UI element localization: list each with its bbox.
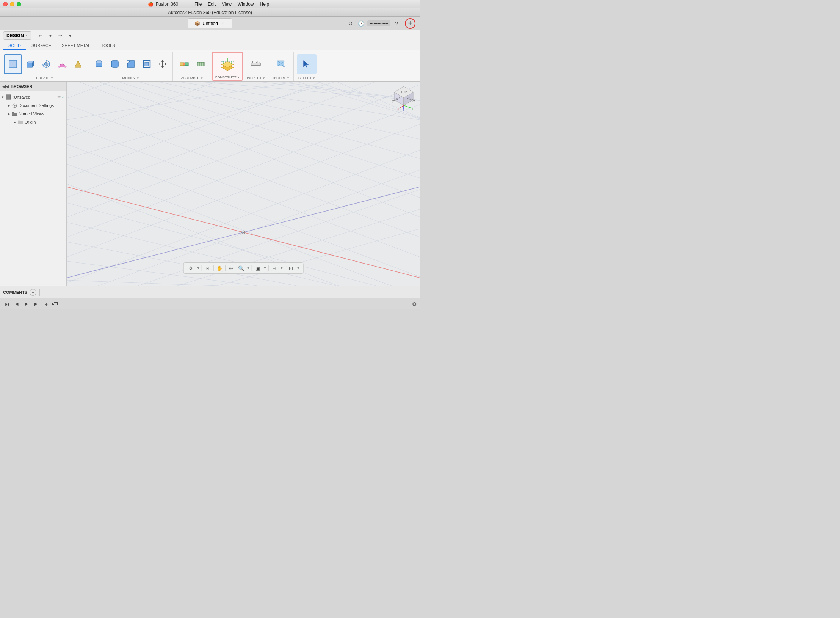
press-pull-icon [94, 59, 104, 69]
loft-button[interactable] [71, 54, 86, 74]
visibility-icon-unsaved[interactable]: 👁 [57, 95, 61, 99]
new-tab-button[interactable]: + [405, 18, 415, 29]
modify-label[interactable]: MODIFY ▼ [122, 76, 139, 81]
orbit-tool-button[interactable]: ✥ [187, 264, 195, 272]
tree-arrow-doc-settings[interactable]: ▶ [6, 103, 11, 108]
grid-toggle-button[interactable]: ⊞ [270, 264, 278, 272]
tree-item-document-settings[interactable]: ▶ Document Settings [0, 101, 66, 110]
tree-label-unsaved: (Unsaved) [13, 95, 32, 99]
menu-file[interactable]: File [191, 1, 205, 8]
select-button[interactable] [297, 54, 317, 74]
construct-label[interactable]: CONSTRUCT ▼ [215, 75, 240, 80]
joint-button[interactable] [176, 54, 193, 74]
extrude-button[interactable] [23, 54, 38, 74]
insert-label[interactable]: INSERT ▼ [273, 76, 290, 81]
tree-item-unsaved-actions: 👁 ✓ [57, 95, 65, 99]
undo-button[interactable]: ↩ [36, 31, 45, 40]
construct-plane-button[interactable] [217, 54, 238, 74]
design-dropdown-button[interactable]: DESIGN ▼ [3, 31, 31, 40]
timeline-settings-button[interactable]: ⚙ [412, 301, 417, 307]
browser-collapse-button[interactable]: ◀◀ [2, 84, 9, 89]
timeline-next-frame[interactable]: ▶| [33, 300, 40, 308]
tab-close-button[interactable]: × [220, 21, 226, 26]
design-dropdown-arrow: ▼ [25, 34, 28, 37]
help-button[interactable]: ? [392, 19, 401, 28]
undo-dropdown[interactable]: ▼ [46, 31, 55, 40]
design-label: DESIGN [6, 33, 24, 38]
document-tab[interactable]: 📦 Untitled × [188, 18, 232, 28]
fillet-button[interactable] [107, 54, 122, 74]
zoom-dropdown[interactable]: ▼ [247, 266, 250, 270]
svg-marker-15 [127, 61, 134, 67]
svg-marker-45 [304, 61, 309, 68]
add-comment-button[interactable]: + [30, 289, 36, 296]
tree-item-unsaved[interactable]: ▼ (Unsaved) 👁 ✓ [0, 93, 66, 101]
menu-edit[interactable]: Edit [205, 1, 219, 8]
sweep-button[interactable] [55, 54, 70, 74]
browser-pin-button[interactable]: — [60, 84, 64, 89]
revolve-icon [41, 59, 52, 69]
svg-rect-17 [145, 62, 149, 66]
redo-button[interactable]: ↪ [56, 31, 64, 40]
redo-dropdown[interactable]: ▼ [66, 31, 74, 40]
menu-window[interactable]: Window [235, 1, 257, 8]
rigid-button[interactable] [193, 54, 208, 74]
tree-item-origin[interactable]: ▶ Origin [0, 118, 66, 126]
sweep-icon [57, 59, 67, 69]
viewport-orientation-cube[interactable]: TOP FRONT RIGHT Z X Y [390, 85, 417, 111]
timeline-skip-end[interactable]: ⏭ [42, 300, 50, 308]
zoom-fit-button[interactable]: ⊕ [227, 264, 235, 272]
tree-arrow-origin[interactable]: ▶ [12, 119, 17, 125]
window-title-bar: Autodesk Fusion 360 (Education License) [0, 8, 420, 17]
tree-arrow-named-views[interactable]: ▶ [6, 111, 11, 116]
viewport[interactable]: TOP FRONT RIGHT Z X Y ✥ ▼ ⊡ [67, 82, 420, 286]
tab-solid[interactable]: SOLID [3, 42, 26, 50]
inspect-label[interactable]: INSPECT ▼ [247, 76, 265, 81]
tree-item-named-views[interactable]: ▶ Named Views [0, 110, 66, 118]
tab-sheet-metal[interactable]: SHEET METAL [56, 42, 96, 50]
display-mode-button[interactable]: ▣ [254, 264, 262, 272]
pan-tool-button[interactable]: ✋ [215, 264, 224, 272]
view-options-button[interactable]: ⊡ [287, 264, 295, 272]
press-pull-button[interactable] [91, 54, 107, 74]
svg-rect-54 [67, 82, 420, 286]
history-button[interactable]: 🕐 [357, 19, 366, 28]
revolve-button[interactable] [39, 54, 54, 74]
grid-dropdown[interactable]: ▼ [280, 266, 283, 270]
menu-view[interactable]: View [219, 1, 235, 8]
orbit-dropdown[interactable]: ▼ [197, 266, 200, 270]
vp-divider-4 [252, 265, 252, 271]
minimize-button[interactable] [10, 2, 14, 6]
create-label[interactable]: CREATE ▼ [36, 76, 53, 81]
select-label[interactable]: SELECT ▼ [298, 76, 315, 81]
timeline-play[interactable]: ▶ [23, 300, 30, 308]
refresh-button[interactable]: ↺ [346, 19, 355, 28]
tab-surface[interactable]: SURFACE [26, 42, 56, 50]
timeline-skip-start[interactable]: ⏮ [3, 300, 11, 308]
measure-button[interactable] [246, 54, 266, 74]
maximize-button[interactable] [17, 2, 21, 6]
browser-title: BROWSER [11, 84, 58, 89]
timeline-marker[interactable]: 🏷 [52, 301, 58, 307]
zoom-button[interactable]: 🔍 [237, 264, 245, 272]
title-separator: | [184, 2, 185, 6]
tree-arrow-unsaved[interactable]: ▼ [0, 94, 5, 100]
shell-button[interactable] [139, 54, 154, 74]
ribbon-group-modify: MODIFY ▼ [89, 52, 173, 81]
new-sketch-button[interactable] [4, 54, 22, 74]
app-name: 🍎 Fusion 360 [148, 2, 178, 7]
tab-tools[interactable]: TOOLS [96, 42, 120, 50]
look-at-button[interactable]: ⊡ [204, 264, 212, 272]
display-dropdown[interactable]: ▼ [263, 266, 267, 270]
move-button[interactable] [155, 54, 170, 74]
close-button[interactable] [3, 2, 8, 6]
view-options-dropdown[interactable]: ▼ [296, 266, 300, 270]
insert-button[interactable] [271, 54, 291, 74]
chamfer-button[interactable] [123, 54, 138, 74]
timeline-prev[interactable]: ◀ [13, 300, 20, 308]
vp-divider-6 [285, 265, 285, 271]
ribbon: CREATE ▼ [0, 50, 420, 82]
assemble-label[interactable]: ASSEMBLE ▼ [181, 76, 203, 81]
visibility-icon-origin-toggle[interactable] [17, 119, 24, 125]
menu-help[interactable]: Help [257, 1, 273, 8]
